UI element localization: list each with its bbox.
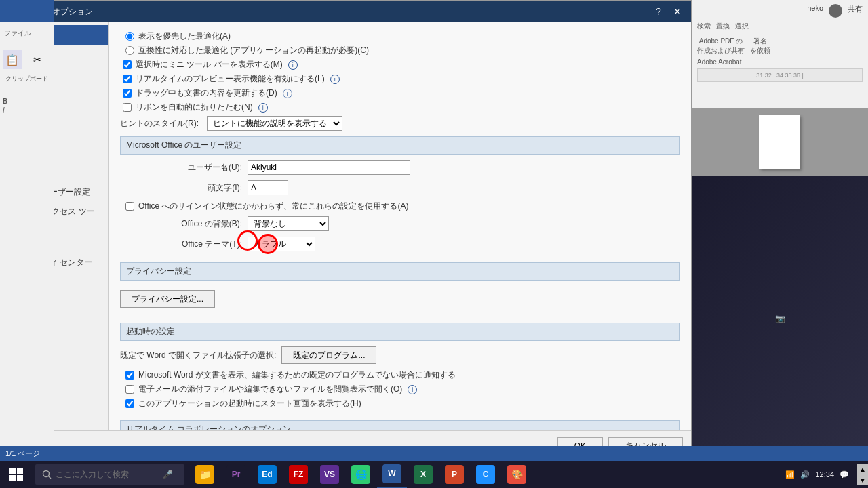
svg-rect-4 <box>9 475 16 481</box>
taskbar-search-box[interactable]: 🎤 <box>35 464 184 485</box>
user-name-label: neko <box>807 4 823 18</box>
taskbar-app-powerpoint[interactable]: P <box>439 461 469 488</box>
checkbox-always-use-settings[interactable] <box>125 202 134 211</box>
help-button[interactable]: ? <box>650 3 667 20</box>
ruler-area: 31 32 | 34 35 36 | <box>697 68 863 82</box>
section-divider <box>3 89 51 92</box>
username-input[interactable] <box>248 160 410 175</box>
startup-check-row: このアプリケーションの起動時にスタート画面を表示する(H) <box>120 398 680 409</box>
bold-icon[interactable]: B <box>3 98 51 105</box>
username-label: ユーザー名(U): <box>120 162 242 174</box>
taskbar-app-other[interactable]: 🎨 <box>502 461 532 488</box>
dialog-title: Word のオプション <box>22 6 645 18</box>
realtime-section: リアルタイム コラボレーションのオプション <box>120 420 680 430</box>
info-icon-4[interactable]: i <box>258 103 268 113</box>
startup-section: 起動時の設定 既定で Word で開くファイル拡張子の選択: 既定のプログラム.… <box>120 323 680 409</box>
word-quick-tools: ファイル <box>0 24 54 42</box>
taskbar-app-premiere[interactable]: Pr <box>221 461 251 488</box>
ribbon-user-area: neko 共有 <box>697 3 863 19</box>
initials-input[interactable] <box>248 180 288 195</box>
checkbox-realtime-preview-label: リアルタイムのプレビュー表示機能を有効にする(L) <box>136 73 325 85</box>
taskbar-app-browser[interactable]: 🌐 <box>346 461 376 488</box>
info-icon-1[interactable]: i <box>288 60 298 70</box>
privacy-btn-row: プライバシー設定... <box>120 286 680 312</box>
scroll-down-btn[interactable]: ▼ <box>857 474 868 485</box>
startup-section-header: 起動時の設定 <box>120 323 680 341</box>
checkbox-email-label: 電子メールの添付ファイルや編集できないファイルを閲覧表示で開く(O) <box>138 384 402 395</box>
file-tab[interactable]: ファイル <box>3 27 51 39</box>
checkbox-auto-collapse-ribbon-label: リボンを自動的に折りたたむ(N) <box>136 102 253 113</box>
clock: 12:34 <box>815 470 834 479</box>
privacy-section: プライバシー設定 プライバシー設定... <box>120 262 680 312</box>
checkbox-startup-screen[interactable] <box>125 399 134 408</box>
start-button[interactable] <box>0 461 33 488</box>
ribbon-tool-search: 検索 <box>697 22 711 31</box>
word-options-dialog: W Word のオプション ? ✕ 全般 表示 文章校正 保存 文字体裁 言語 … <box>0 0 692 461</box>
status-bar: 1/1 ページ <box>0 446 868 461</box>
theme-select[interactable]: カラフル <box>248 237 315 251</box>
hint-style-select[interactable]: ヒントに機能の説明を表示する <box>207 116 342 131</box>
radio-display-label: 表示を優先した最適化(A) <box>138 30 231 42</box>
page-info: 1/1 ページ <box>5 449 40 459</box>
default-program-button[interactable]: 既定のプログラム... <box>281 346 376 364</box>
svg-rect-3 <box>17 468 23 474</box>
word-ribbon-area: neko 共有 検索 置換 選択 Adobe PDF の作成および共有 署名を依… <box>692 0 868 108</box>
background-select[interactable]: 背景なし <box>248 216 329 231</box>
user-avatar <box>829 4 842 18</box>
scroll-up-btn[interactable]: ▲ <box>857 464 868 474</box>
checkbox-email-attachments[interactable] <box>125 385 134 394</box>
initials-label: 頭文字(I): <box>120 182 242 194</box>
theme-label: Office テーマ(T): <box>120 239 242 250</box>
checkbox-signin-label: Office へのサインイン状態にかかわらず、常にこれらの設定を使用する(A) <box>138 201 408 212</box>
radio-row-1: 表示を優先した最適化(A) <box>120 30 680 42</box>
radio-display-optimize[interactable] <box>125 32 134 41</box>
search-input[interactable] <box>56 470 157 479</box>
svg-rect-5 <box>17 475 23 481</box>
info-icon-3[interactable]: i <box>283 89 292 98</box>
webcam-feed: 📷 <box>692 176 868 461</box>
paste-icon[interactable]: 📋 <box>3 50 22 69</box>
mic-icon: 🎤 <box>163 470 173 479</box>
italic-icon[interactable]: I <box>3 106 51 114</box>
svg-line-7 <box>49 476 52 479</box>
checkbox-auto-collapse-ribbon[interactable] <box>123 103 132 112</box>
word-right-panel: neko 共有 検索 置換 選択 Adobe PDF の作成および共有 署名を依… <box>692 0 868 461</box>
taskbar-app-vs[interactable]: VS <box>315 461 344 488</box>
username-row: ユーザー名(U): <box>120 160 680 175</box>
dialog-controls: ? ✕ <box>650 3 686 20</box>
acrobat-area: Adobe PDF の作成および共有 署名を依頼 <box>697 31 863 56</box>
taskbar-app-edge[interactable]: Ed <box>252 461 282 488</box>
checkbox-mini-toolbar[interactable] <box>123 60 132 69</box>
default-program-label: 既定で Word で開くファイル拡張子の選択: <box>120 350 276 361</box>
radio-compat-optimize[interactable] <box>125 46 134 55</box>
share-button[interactable]: 共有 <box>848 4 863 18</box>
ribbon-tools: 検索 置換 選択 <box>697 19 863 31</box>
svg-rect-2 <box>9 468 16 474</box>
taskbar-app-camtasia[interactable]: C <box>471 461 500 488</box>
close-button[interactable]: ✕ <box>669 3 686 20</box>
taskbar-app-filezilla[interactable]: FZ <box>283 461 313 488</box>
checkbox-notify-default[interactable] <box>125 371 134 380</box>
notify-check-row: Microsoft Word が文書を表示、編集するための既定のプログラムでない… <box>120 369 680 381</box>
checkbox-update-drag[interactable] <box>123 89 132 98</box>
svg-point-6 <box>43 471 50 477</box>
taskbar-app-word[interactable]: W <box>377 461 407 488</box>
info-icon-2[interactable]: i <box>330 75 340 84</box>
privacy-settings-button[interactable]: プライバシー設定... <box>120 290 215 308</box>
cut-icon[interactable]: ✂ <box>28 50 47 69</box>
taskbar-app-excel[interactable]: X <box>408 461 438 488</box>
system-tray: 📶 🔊 12:34 💬 <box>785 470 854 479</box>
dialog-titlebar: W Word のオプション ? ✕ <box>1 1 691 22</box>
initials-row: 頭文字(I): <box>120 180 680 195</box>
hint-style-label: ヒントのスタイル(R): <box>120 118 199 129</box>
ribbon-tool-replace: 置換 <box>716 22 730 31</box>
adobe-pdf-label: Adobe PDF の作成および共有 <box>697 37 745 56</box>
checkbox-realtime-preview[interactable] <box>123 75 132 83</box>
radio-compat-label: 互換性に対応した最適化 (アプリケーションの再起動が必要)(C) <box>138 45 369 56</box>
email-check-row: 電子メールの添付ファイルや編集できないファイルを閲覧表示で開く(O) i <box>120 384 680 395</box>
ms-office-section: Microsoft Office のユーザー設定 ユーザー名(U): 頭文字(I… <box>120 136 680 251</box>
taskbar-app-fileexplorer[interactable]: 📁 <box>190 461 220 488</box>
theme-row: Office テーマ(T): カラフル <box>120 237 680 251</box>
taskbar-scroll-arrows: ▲ ▼ <box>857 464 868 485</box>
info-icon-5[interactable]: i <box>408 385 417 394</box>
